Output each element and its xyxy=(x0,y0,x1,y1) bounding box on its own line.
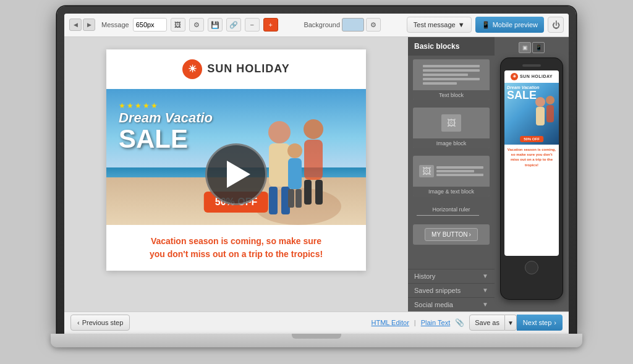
save-icon-btn[interactable]: 💾 xyxy=(208,18,223,32)
save-as-dropdown-button[interactable]: ▼ xyxy=(505,315,517,331)
phone-logo-icon: ☀ xyxy=(511,73,518,80)
social-media-label: Social media xyxy=(414,301,453,308)
prev-step-label: Previous step xyxy=(82,319,124,326)
svg-rect-14 xyxy=(536,107,545,125)
history-section[interactable]: History ▼ xyxy=(408,269,495,283)
phone-body-paragraph: Vacation season is coming, so make sure … xyxy=(507,147,556,168)
laptop-outer: ◀ ▶ Message 🖼 ⚙ 💾 🔗 − + Background ⚙ xyxy=(51,6,582,358)
saved-snippets-section[interactable]: Saved snippets ▼ xyxy=(408,283,495,297)
saved-snippets-arrow-icon: ▼ xyxy=(482,287,488,294)
mobile-preview-label: Mobile preview xyxy=(493,21,538,28)
laptop-base xyxy=(51,334,582,347)
my-button-block[interactable]: MY BUTTON › xyxy=(413,224,490,245)
image-text-preview-inner: 🖼 xyxy=(417,163,486,180)
test-message-button[interactable]: Test message ▼ xyxy=(407,17,472,33)
svg-point-9 xyxy=(287,143,302,158)
phone-home-button xyxy=(525,261,538,274)
sun-holiday-logo: ☀ SUN HOLIDAY xyxy=(182,59,289,79)
svg-rect-10 xyxy=(288,158,302,189)
next-step-button[interactable]: Next step › xyxy=(517,315,563,331)
play-button[interactable] xyxy=(205,143,267,205)
mobile-toggle-button[interactable]: 📱 xyxy=(532,42,545,53)
mobile-preview-button[interactable]: 📱 Mobile preview xyxy=(475,17,544,33)
svg-rect-16 xyxy=(546,105,554,122)
play-triangle-icon xyxy=(227,161,250,188)
message-width-input[interactable] xyxy=(133,18,167,32)
block-line xyxy=(423,69,479,72)
phone-badge: 50% OFF xyxy=(520,136,543,142)
hr-block-inner: Horizontal ruler xyxy=(417,206,486,216)
block-line xyxy=(436,170,474,172)
back-button[interactable]: ◀ xyxy=(69,19,82,31)
svg-point-15 xyxy=(546,96,554,104)
phone-email-header: ☀ SUN HOLIDAY xyxy=(504,70,559,83)
power-button[interactable]: ⏻ xyxy=(548,17,564,33)
background-color-swatch[interactable] xyxy=(342,18,364,32)
test-message-dropdown-arrow: ▼ xyxy=(458,21,465,28)
phone-body-text: Vacation season is coming, so make sure … xyxy=(504,145,559,171)
phone-screen: ☀ SUN HOLIDAY Dream Vacation SALE xyxy=(504,70,559,256)
background-label: Background xyxy=(304,21,340,28)
image-block-item[interactable]: 🖼 Image block xyxy=(413,108,490,148)
text-block-item[interactable]: Text block xyxy=(413,59,490,100)
text-block-label: Text block xyxy=(413,90,490,100)
next-step-label: Next step xyxy=(523,319,551,326)
image-block-label: Image block xyxy=(413,138,490,148)
phone-discount-text: 50% OFF xyxy=(524,137,540,141)
bg-settings-btn[interactable]: ⚙ xyxy=(366,18,381,32)
plus-icon-btn[interactable]: + xyxy=(263,18,278,32)
block-line xyxy=(436,166,483,169)
previous-step-button[interactable]: ‹ Previous step xyxy=(70,315,130,331)
history-arrow-icon: ▼ xyxy=(482,273,488,279)
laptop-screen-bezel: ◀ ▶ Message 🖼 ⚙ 💾 🔗 − + Background ⚙ xyxy=(57,6,576,334)
horizontal-ruler-block[interactable]: Horizontal ruler xyxy=(413,203,490,219)
next-arrow-icon: › xyxy=(554,319,556,326)
save-as-button[interactable]: Save as xyxy=(469,315,505,331)
dream-vacation-text: Dream Vacatio xyxy=(119,110,213,126)
toolbar: ◀ ▶ Message 🖼 ⚙ 💾 🔗 − + Background ⚙ xyxy=(64,14,569,37)
svg-rect-3 xyxy=(269,187,278,214)
svg-point-13 xyxy=(535,97,545,107)
svg-point-5 xyxy=(304,119,323,139)
mobile-preview-panel: ▣ 📱 ☀ SUN HOLIDAY xyxy=(495,37,569,311)
desktop-toggle-button[interactable]: ▣ xyxy=(519,42,531,53)
minus-icon-btn[interactable]: − xyxy=(245,18,260,32)
link-icon-btn[interactable]: 🔗 xyxy=(226,18,241,32)
sidebar-sections: History ▼ Saved snippets ▼ Social media … xyxy=(408,269,495,311)
mobile-icon: 📱 xyxy=(482,21,490,29)
svg-rect-2 xyxy=(269,143,290,187)
forward-button[interactable]: ▶ xyxy=(83,19,95,31)
logo-icon: ☀ xyxy=(182,59,202,79)
logo-text: SUN HOLIDAY xyxy=(207,62,289,75)
basic-blocks-sidebar: Basic blocks Text block xyxy=(408,37,495,311)
email-body-text: Vacation season is coming, so make surey… xyxy=(106,225,366,271)
svg-rect-11 xyxy=(288,189,294,208)
save-next-group: Save as ▼ Next step › xyxy=(469,315,563,331)
test-message-label: Test message xyxy=(414,21,456,28)
text-block-lines xyxy=(420,62,482,87)
phone-hero: Dream Vacation SALE xyxy=(504,83,559,145)
hr-line xyxy=(417,215,478,216)
svg-rect-6 xyxy=(304,140,323,180)
image-text-block-label: Image & text block xyxy=(413,187,490,197)
link-separator: | xyxy=(414,319,416,326)
image-icon-btn[interactable]: 🖼 xyxy=(171,18,185,32)
plain-text-link[interactable]: Plain Text xyxy=(421,319,451,326)
html-editor-link[interactable]: HTML Editor xyxy=(372,319,409,326)
svg-point-1 xyxy=(268,121,291,143)
image-block-preview: 🖼 xyxy=(413,108,490,138)
history-label: History xyxy=(414,273,435,280)
text-block-preview xyxy=(413,59,490,90)
bottom-bar: ‹ Previous step HTML Editor | Plain Text… xyxy=(64,311,569,334)
sidebar-title: Basic blocks xyxy=(408,37,495,56)
image-text-block-item[interactable]: 🖼 Image & text block xyxy=(413,156,490,197)
main-area: ☀ SUN HOLIDAY xyxy=(64,37,569,311)
settings-icon-btn[interactable]: ⚙ xyxy=(189,18,204,32)
image-text-img-icon: 🖼 xyxy=(419,165,434,177)
my-button-inner: MY BUTTON › xyxy=(425,228,478,241)
social-media-section[interactable]: Social media ▼ xyxy=(408,297,495,311)
prev-arrow-icon: ‹ xyxy=(77,319,80,326)
image-placeholder-icon: 🖼 xyxy=(441,114,461,132)
attachment-icon: 📎 xyxy=(455,318,464,327)
svg-rect-12 xyxy=(295,189,302,208)
